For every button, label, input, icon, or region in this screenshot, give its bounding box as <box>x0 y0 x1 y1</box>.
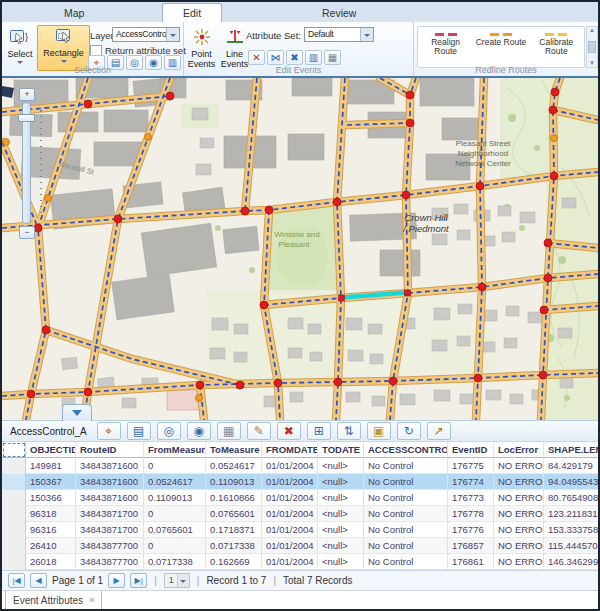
row-selector[interactable] <box>2 490 26 506</box>
next-page-button[interactable]: ▶ <box>108 573 125 588</box>
table-row[interactable]: 264103484387770000.071733801/01/2004<nul… <box>2 538 598 554</box>
select-button[interactable]: } Select <box>5 27 35 69</box>
last-page-button[interactable]: ▶| <box>130 573 147 588</box>
attribute-window-icon[interactable]: ▣ <box>367 422 391 440</box>
column-header[interactable]: LocError <box>494 442 544 458</box>
ribbon-tab-map[interactable]: Map <box>44 4 104 22</box>
show-all-records-icon[interactable]: ▤ <box>127 422 151 440</box>
prev-page-button[interactable]: ◀ <box>30 573 47 588</box>
refresh-icon[interactable]: ↻ <box>397 422 421 440</box>
column-header[interactable]: OBJECTID <box>26 442 76 458</box>
export-icon[interactable]: ↗ <box>427 422 451 440</box>
table-row[interactable]: 26018348438777000.07173380.16266901/01/2… <box>2 554 598 570</box>
column-header[interactable]: FROMDATE <box>262 442 318 458</box>
table-cell: 0.1109013 <box>144 490 206 506</box>
row-selector[interactable] <box>2 458 26 474</box>
table-cell: <null> <box>318 474 364 490</box>
table-cell: 176773 <box>448 490 494 506</box>
clear-selection-icon[interactable]: ✖ <box>277 422 301 440</box>
table-cell: 34843871600 <box>76 474 144 490</box>
rectangle-button-label: Rectangle <box>43 48 84 58</box>
split-event-icon[interactable]: ✕ <box>248 50 265 65</box>
row-selector[interactable] <box>2 554 26 570</box>
bottom-tabbar: Event Attributes × <box>2 590 598 610</box>
layer-dropdown[interactable]: AccessControl_A <box>112 27 180 42</box>
select-dropdown-caret[interactable] <box>17 61 23 64</box>
attribute-set-dropdown[interactable]: Default <box>304 27 374 42</box>
table-row[interactable]: 150366348438716000.11090130.161086601/01… <box>2 490 598 506</box>
sort-icon[interactable]: ⇅ <box>337 422 361 440</box>
row-selector[interactable] <box>2 522 26 538</box>
first-page-button[interactable]: |◀ <box>8 573 25 588</box>
attribute-set-dropdown-button[interactable] <box>360 28 373 41</box>
event-grid-icon[interactable]: ▦ <box>324 50 341 65</box>
attribute-toolbar-icons: ⌖▤◎◉▦✎✖⊞⇅▣↻↗ <box>97 422 451 440</box>
row-selector[interactable] <box>2 506 26 522</box>
pan-to-selected-icon[interactable]: ◉ <box>187 422 211 440</box>
map-canvas[interactable]: Wendell St Pleasant Street Neighborhood … <box>2 78 598 420</box>
rectangle-dropdown-caret[interactable] <box>61 60 67 63</box>
column-header[interactable]: EventID <box>448 442 494 458</box>
table-cell: <null> <box>318 554 364 570</box>
ribbon-scrollbar[interactable]: ▲ ▼ <box>586 26 598 68</box>
event-table-icon[interactable]: ▥ <box>305 50 322 65</box>
close-icon[interactable]: × <box>89 595 94 605</box>
calibrate-route-button[interactable]: Calibrate Route <box>530 29 582 65</box>
table-row[interactable]: 963183484387170000.076560101/01/2004<nul… <box>2 506 598 522</box>
chevron-down-icon <box>72 410 82 416</box>
layer-dropdown-value: AccessControl_A <box>113 28 166 41</box>
column-header[interactable]: SHAPE.LEN <box>544 442 598 458</box>
zoom-out-button[interactable]: − <box>19 226 35 239</box>
zoom-in-button[interactable]: + <box>19 88 35 101</box>
pager-separator: | <box>154 575 157 586</box>
ribbon: } Select Rectangle Layer: <box>2 22 598 78</box>
tab-event-attributes[interactable]: Event Attributes × <box>5 591 102 610</box>
selection-group-label: Selection <box>2 65 183 75</box>
line-events-icon <box>225 28 245 48</box>
row-selector[interactable] <box>2 474 26 490</box>
select-pointer-icon[interactable]: ⌖ <box>97 422 121 440</box>
table-pager: |◀ ◀ Page 1 of 1 ▶ ▶| | 1 | Record 1 to … <box>2 570 598 590</box>
table-row[interactable]: 96316348438717000.07656010.171837101/01/… <box>2 522 598 538</box>
column-chooser-icon[interactable]: ⊞ <box>307 422 331 440</box>
select-tool-icon: } <box>9 29 31 48</box>
scrollbar-thumb[interactable] <box>588 41 596 53</box>
table-cell: 149981 <box>26 458 76 474</box>
table-row[interactable]: 150367348438716000.05246170.110901301/01… <box>2 474 598 490</box>
panel-collapse-tab[interactable] <box>62 404 92 421</box>
zoom-slider[interactable]: + − <box>16 88 42 240</box>
svg-text:/ Piedmont: / Piedmont <box>402 223 449 234</box>
realign-route-button[interactable]: Realign Route <box>420 29 472 65</box>
save-icon[interactable]: ▦ <box>217 422 241 440</box>
merge-events-icon[interactable]: ⋈ <box>267 50 284 65</box>
select-brace-glyph: } <box>25 32 28 42</box>
table-cell: 0.162669 <box>206 554 262 570</box>
zoom-to-selected-icon[interactable]: ◎ <box>157 422 181 440</box>
table-cell: No Control <box>364 522 448 538</box>
zoom-slider-handle[interactable] <box>18 114 35 122</box>
table-cell: 94.0495543 <box>544 474 598 490</box>
layer-dropdown-button[interactable] <box>166 28 179 41</box>
trim-event-icon[interactable]: ✖ <box>286 50 303 65</box>
table-cell: 176778 <box>448 506 494 522</box>
create-route-button[interactable]: Create Route <box>475 29 527 65</box>
column-header[interactable]: RouteID <box>76 442 144 458</box>
map[interactable]: Wendell St Pleasant Street Neighborhood … <box>2 78 598 420</box>
page-label: Page 1 of 1 <box>52 575 103 586</box>
page-number-dropdown[interactable]: 1 <box>164 573 190 588</box>
column-header[interactable]: FromMeasure <box>144 442 206 458</box>
column-header[interactable]: TODATE <box>318 442 364 458</box>
area-label-crown-hill: Crown Hill / Piedmont <box>402 212 449 234</box>
ribbon-tab-edit[interactable]: Edit <box>162 3 222 23</box>
edit-record-icon[interactable]: ✎ <box>247 422 271 440</box>
column-header[interactable]: ToMeasure <box>206 442 262 458</box>
ribbon-tab-review[interactable]: Review <box>302 4 376 22</box>
column-header[interactable]: ACCESSCONTROL <box>364 442 448 458</box>
table-row[interactable]: 1499813484387160000.052461701/01/2004<nu… <box>2 458 598 474</box>
table-cell: 0.0765601 <box>206 506 262 522</box>
table-cell: 0.1109013 <box>206 474 262 490</box>
scroll-up-icon[interactable]: ▲ <box>589 27 595 34</box>
page-number-dropdown-button[interactable] <box>177 574 189 587</box>
column-header[interactable] <box>2 442 26 458</box>
row-selector[interactable] <box>2 538 26 554</box>
